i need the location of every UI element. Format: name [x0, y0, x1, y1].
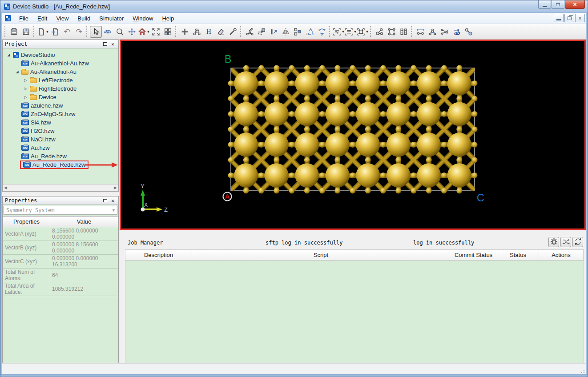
folder-icon: [30, 78, 37, 83]
title-bar[interactable]: Device Studio - [Au_Rede_Rede.hzw] ✕: [0, 0, 588, 13]
gear-button[interactable]: [548, 237, 559, 247]
swap-cells-icon: [294, 28, 302, 36]
caret-expanded-icon[interactable]: ◢: [6, 53, 12, 57]
symmetry-system-dropdown[interactable]: Symmetry System ▼: [4, 206, 117, 215]
hydrogen-button[interactable]: H: [203, 26, 215, 38]
eraser-button[interactable]: [215, 26, 227, 38]
chevron-down-icon[interactable]: ▼: [366, 30, 369, 34]
tree-item-label: Au_Rede.hzw: [31, 153, 67, 160]
measure-sketch-button[interactable]: [244, 26, 256, 38]
caret-expanded-icon[interactable]: ◢: [14, 70, 20, 74]
caret-collapsed-icon[interactable]: ▷: [23, 87, 28, 91]
ab-vector-button[interactable]: ab: [451, 26, 463, 38]
column-header-actions[interactable]: Actions: [539, 250, 584, 260]
tile-windows-button[interactable]: [162, 26, 174, 38]
add-fragment-button[interactable]: [191, 26, 203, 38]
job-table-header: DescriptionScriptCommit StatusStatusActi…: [125, 249, 584, 261]
caret-collapsed-icon[interactable]: ▷: [23, 78, 28, 82]
mdi-restore-button[interactable]: [564, 14, 574, 22]
project-float-button[interactable]: [102, 41, 109, 47]
tree-item-au-alkanethiol-au[interactable]: ◢Au-Alkanethiol-Au: [3, 68, 118, 76]
save-button[interactable]: [20, 26, 32, 38]
column-header-commit-status[interactable]: Commit Status: [450, 250, 497, 260]
measure-distance-button[interactable]: [415, 26, 427, 38]
build-molecule-button[interactable]: [374, 26, 386, 38]
tree-item-zno-mgo-si-hzw[interactable]: HZWZnO-MgO-Si.hzw: [3, 110, 118, 118]
tree-item-si4-hzw[interactable]: HZWSi4.hzw: [3, 118, 118, 127]
home-view-button[interactable]: ▼: [138, 26, 150, 38]
column-header-status[interactable]: Status: [497, 250, 539, 260]
tree-item-device[interactable]: ▷Device: [3, 93, 118, 101]
add-atom-button[interactable]: [179, 26, 191, 38]
tree-item-au-alkanethiol-au-hzw[interactable]: HZWAu-Alkanethiol-Au.hzw: [3, 59, 118, 68]
properties-close-button[interactable]: ✕: [109, 198, 116, 204]
measure-angle-button[interactable]: [427, 26, 439, 38]
abc-axes-button[interactable]: ABC: [304, 26, 316, 38]
build-device-button[interactable]: [398, 26, 410, 38]
select-atoms-button[interactable]: ▼: [333, 26, 345, 38]
svg-text:A: A: [225, 193, 230, 200]
toolbar-separator: [240, 26, 242, 37]
select-layers-button[interactable]: ▼: [345, 26, 357, 38]
properties-float-button[interactable]: [102, 198, 109, 204]
hzw-file-icon: HZW: [21, 120, 29, 125]
pan-button[interactable]: [126, 26, 138, 38]
redo-button[interactable]: ↷: [73, 26, 85, 38]
tree-item-h2o-hzw[interactable]: HZWH2O.hzw: [3, 127, 118, 135]
maximize-button[interactable]: [552, 0, 564, 9]
mdi-close-button[interactable]: ×: [575, 14, 585, 22]
caret-collapsed-icon[interactable]: ▷: [23, 95, 28, 99]
hzw-file-icon: HZW: [21, 60, 29, 66]
build-crystal-button[interactable]: [386, 26, 398, 38]
mirror-icon: [282, 28, 290, 36]
save-project-button[interactable]: [8, 26, 20, 38]
tree-item-rightelectrode[interactable]: ▷RightElectrode: [3, 84, 118, 93]
tree-item-au-rede-hzw[interactable]: HZWAu_Rede.hzw: [3, 152, 118, 160]
fit-view-button[interactable]: [150, 26, 162, 38]
menu-simulator[interactable]: Simulator: [95, 14, 128, 23]
modify-arrow-button[interactable]: [268, 26, 280, 38]
menu-view[interactable]: View: [52, 14, 72, 23]
menu-build[interactable]: Build: [73, 14, 94, 23]
zoom-button[interactable]: [114, 26, 126, 38]
menu-edit[interactable]: Edit: [33, 14, 51, 23]
tree-item-devicestudio[interactable]: ◢DeviceStudio: [3, 51, 118, 59]
shuffle-button[interactable]: [560, 237, 571, 247]
pan-icon: [128, 28, 136, 36]
column-header-description[interactable]: Description: [125, 250, 192, 260]
menu-window[interactable]: Window: [129, 14, 157, 23]
import-button[interactable]: [49, 26, 61, 38]
tree-item-leftelectrode[interactable]: ▷LeftElectrode: [3, 76, 118, 84]
menu-help[interactable]: Help: [158, 14, 178, 23]
undo-button[interactable]: ↶: [61, 26, 73, 38]
project-close-button[interactable]: ✕: [109, 41, 116, 47]
scroll-right-icon[interactable]: ▶: [114, 185, 117, 190]
window-title: Device Studio - [Au_Rede_Rede.hzw]: [13, 3, 110, 10]
bond-draw-button[interactable]: [227, 26, 239, 38]
mirror-button[interactable]: [280, 26, 292, 38]
xyz-axes-button[interactable]: xyz: [316, 26, 328, 38]
menu-file[interactable]: File: [15, 14, 32, 23]
job-table-body[interactable]: [125, 261, 584, 377]
select-cursor-button[interactable]: [90, 26, 102, 38]
tree-item-au-hzw[interactable]: HZWAu.hzw: [3, 144, 118, 152]
project-hscrollbar[interactable]: ◀ ▶: [3, 184, 118, 191]
tree-item-azulene-hzw[interactable]: HZWazulene.hzw: [3, 101, 118, 110]
swap-cells-button[interactable]: [292, 26, 304, 38]
mdi-minimize-button[interactable]: [554, 14, 564, 22]
close-button[interactable]: ✕: [565, 0, 585, 9]
structure-viewport[interactable]: BACYZX: [120, 40, 586, 230]
measure-dihedral-icon: [440, 28, 449, 36]
select-cell-button[interactable]: ▼: [357, 26, 369, 38]
rotate-button[interactable]: [102, 26, 114, 38]
measure-dihedral-button[interactable]: [439, 26, 451, 38]
minimize-button[interactable]: [538, 0, 551, 9]
bond-length-button[interactable]: [463, 26, 475, 38]
resize-grip[interactable]: [580, 368, 585, 374]
sync-button[interactable]: [572, 237, 583, 247]
new-file-button[interactable]: ▼: [37, 26, 49, 38]
extend-cell-button[interactable]: [256, 26, 268, 38]
scroll-left-icon[interactable]: ◀: [4, 185, 7, 190]
column-header-script[interactable]: Script: [192, 250, 450, 260]
tree-item-nacl-hzw[interactable]: HZWNaCl.hzw: [3, 135, 118, 144]
